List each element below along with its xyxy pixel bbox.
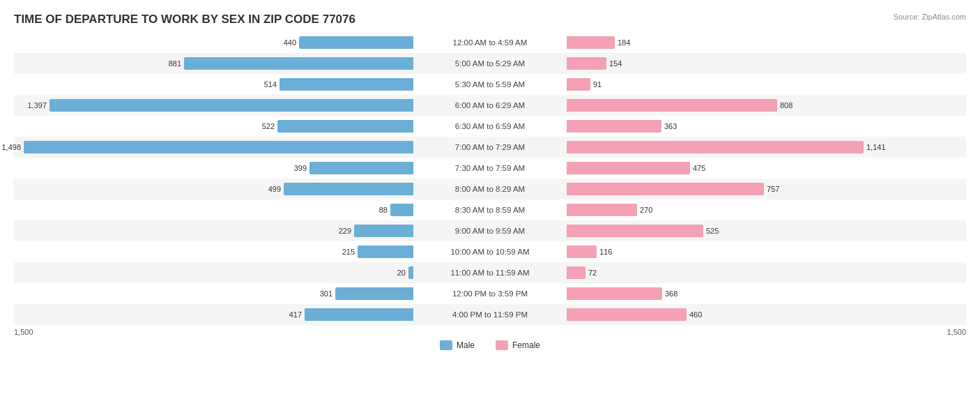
table-row: 30112:00 PM to 3:59 PM368: [14, 283, 966, 304]
female-value-label: 368: [665, 289, 677, 298]
male-bar: [390, 204, 413, 216]
male-bar: [305, 308, 413, 321]
female-value-label: 116: [599, 248, 612, 256]
time-label: 5:00 AM to 5:29 AM: [413, 59, 567, 68]
table-row: 2011:00 AM to 11:59 AM72: [14, 262, 966, 283]
time-label: 8:30 AM to 8:59 AM: [413, 206, 567, 214]
male-bar: [358, 246, 413, 258]
male-bar: [184, 57, 413, 70]
right-section: 368: [567, 283, 966, 304]
male-value-label: 20: [397, 269, 406, 277]
legend-male: Male: [440, 340, 475, 350]
male-value-label: 229: [339, 227, 351, 235]
left-section: 417: [14, 304, 413, 325]
table-row: 44012:00 AM to 4:59 AM184: [14, 32, 966, 53]
female-value-label: 808: [780, 101, 793, 110]
male-value-label: 514: [264, 80, 277, 89]
female-value-label: 154: [609, 59, 622, 68]
right-section: 475: [567, 158, 966, 179]
female-value-label: 475: [693, 164, 705, 172]
left-section: 88: [14, 199, 413, 220]
female-legend-label: Female: [512, 340, 540, 350]
left-section: 522: [14, 116, 413, 137]
right-section: 525: [567, 220, 966, 241]
left-section: 1,498: [14, 137, 413, 158]
female-value-label: 1,141: [866, 143, 886, 151]
left-section: 215: [14, 241, 413, 262]
right-section: 363: [567, 116, 966, 137]
table-row: 2299:00 AM to 9:59 AM525: [14, 220, 966, 241]
male-bar: [335, 287, 413, 300]
right-section: 1,141: [567, 137, 966, 158]
female-legend-box: [496, 340, 508, 350]
axis-left-label: 1,500: [14, 328, 33, 336]
male-value-label: 88: [379, 206, 388, 214]
male-value-label: 399: [294, 164, 307, 172]
female-value-label: 363: [664, 122, 677, 130]
time-label: 7:00 AM to 7:29 AM: [413, 143, 567, 151]
table-row: 5226:30 AM to 6:59 AM363: [14, 116, 966, 137]
female-bar: [567, 308, 687, 321]
left-section: 229: [14, 220, 413, 241]
right-section: 460: [567, 304, 966, 325]
table-row: 8815:00 AM to 5:29 AM154: [14, 53, 966, 74]
female-value-label: 91: [593, 80, 602, 89]
female-bar: [567, 141, 864, 153]
female-bar: [567, 266, 585, 279]
table-row: 21510:00 AM to 10:59 AM116: [14, 241, 966, 262]
female-value-label: 757: [767, 185, 779, 193]
male-bar: [284, 183, 413, 195]
female-bar: [567, 36, 615, 49]
male-value-label: 301: [320, 289, 332, 298]
left-section: 499: [14, 179, 413, 199]
source-text: Source: ZipAtlas.com: [893, 13, 966, 21]
time-label: 8:00 AM to 8:29 AM: [413, 185, 567, 193]
left-section: 399: [14, 158, 413, 179]
male-value-label: 440: [284, 38, 296, 47]
left-section: 440: [14, 32, 413, 53]
axis-right-label: 1,500: [947, 328, 966, 336]
time-label: 9:00 AM to 9:59 AM: [413, 227, 567, 235]
male-value-label: 499: [268, 185, 281, 193]
female-bar: [567, 78, 590, 91]
male-value-label: 881: [169, 59, 181, 68]
left-section: 881: [14, 53, 413, 74]
female-bar: [567, 204, 637, 216]
male-bar: [408, 266, 413, 279]
male-bar: [309, 162, 413, 174]
male-value-label: 417: [289, 310, 302, 319]
female-bar: [567, 246, 597, 258]
bars-area: 44012:00 AM to 4:59 AM1848815:00 AM to 5…: [14, 32, 966, 325]
male-bar: [24, 141, 413, 153]
male-legend-label: Male: [457, 340, 475, 350]
time-label: 12:00 PM to 3:59 PM: [413, 289, 567, 298]
female-bar: [567, 183, 764, 195]
female-value-label: 525: [706, 227, 719, 235]
female-bar: [567, 225, 703, 237]
male-legend-box: [440, 340, 452, 350]
male-bar: [49, 99, 413, 112]
female-bar: [567, 120, 661, 133]
male-bar: [354, 225, 413, 237]
female-value-label: 184: [618, 38, 630, 47]
time-label: 6:30 AM to 6:59 AM: [413, 122, 567, 130]
female-bar: [567, 57, 606, 70]
legend-female: Female: [496, 340, 540, 350]
male-bar: [277, 120, 413, 133]
right-section: 154: [567, 53, 966, 74]
right-section: 184: [567, 32, 966, 53]
table-row: 3997:30 AM to 7:59 AM475: [14, 158, 966, 179]
left-section: 301: [14, 283, 413, 304]
male-value-label: 522: [262, 122, 275, 130]
time-label: 5:30 AM to 5:59 AM: [413, 80, 567, 89]
table-row: 1,4987:00 AM to 7:29 AM1,141: [14, 137, 966, 158]
table-row: 1,3976:00 AM to 6:29 AM808: [14, 95, 966, 116]
female-bar: [567, 287, 662, 300]
time-label: 11:00 AM to 11:59 AM: [413, 269, 567, 277]
table-row: 5145:30 AM to 5:59 AM91: [14, 74, 966, 95]
right-section: 116: [567, 241, 966, 262]
right-section: 270: [567, 199, 966, 220]
axis-bottom: 1,500 1,500: [14, 328, 966, 336]
female-value-label: 72: [588, 269, 597, 277]
female-bar: [567, 162, 690, 174]
